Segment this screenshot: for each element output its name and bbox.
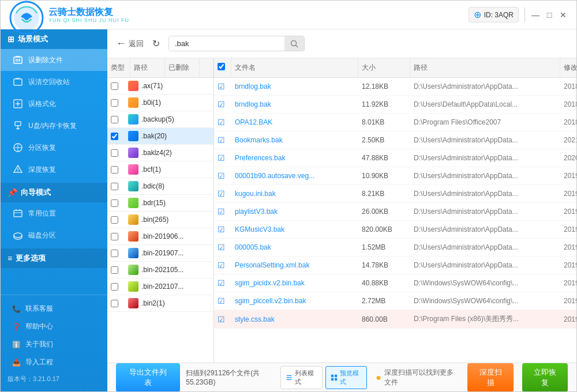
type-checkbox[interactable] <box>111 82 118 90</box>
file-checked-icon[interactable]: ☑ <box>218 171 225 180</box>
file-row[interactable]: ☑ sgim_picidx.v2.bin.bak 40.88KB D:\Wind… <box>214 274 576 292</box>
svg-rect-22 <box>331 378 334 380</box>
type-file-icon <box>128 214 138 225</box>
type-checkbox[interactable] <box>111 233 118 240</box>
search-button[interactable] <box>284 36 304 51</box>
sidebar-item-about[interactable]: ℹ️ 关于我们 <box>1 336 107 353</box>
file-row[interactable]: ☑ brndlog.bak 11.92KB D:\Users\Default\A… <box>214 96 576 114</box>
minimize-button[interactable]: — <box>531 10 540 20</box>
type-checkbox-bak[interactable] <box>111 133 118 140</box>
type-row[interactable]: .bin(265) <box>107 212 213 228</box>
type-checkbox[interactable] <box>111 216 118 224</box>
file-path-cell: D:\Users\Administrator\AppData... <box>410 168 560 184</box>
type-checkbox[interactable] <box>111 99 118 107</box>
file-checked-icon[interactable]: ☑ <box>218 278 225 288</box>
type-row[interactable]: .bdr(15) <box>107 195 213 212</box>
left-panel-header: 类型 路径 已删除 <box>107 58 213 78</box>
file-checked-icon[interactable]: ☑ <box>218 207 225 216</box>
file-path-cell: D:\Users\Administrator\AppData... <box>410 203 560 220</box>
file-checked-icon[interactable]: ☑ <box>218 135 225 145</box>
file-row[interactable]: ☑ style.css.bak 860.00B D:\Program Files… <box>214 310 576 329</box>
select-all-checkbox[interactable] <box>218 63 225 70</box>
file-checked-icon[interactable]: ☑ <box>218 189 225 198</box>
type-checkbox[interactable] <box>111 116 118 123</box>
file-path-cell: D:\Windows\SysWOW64\config\... <box>410 293 560 309</box>
file-name-cell: 000005.bak <box>231 239 358 255</box>
file-size-cell: 26.00KB <box>358 203 410 220</box>
deep-scan-button[interactable]: 深度扫描 <box>467 363 513 392</box>
file-path-cell: D:\Users\Default\AppData\Local... <box>410 96 560 112</box>
type-row[interactable]: .bin-201906... <box>107 228 213 245</box>
file-checked-icon[interactable]: ☑ <box>218 261 225 270</box>
recover-button[interactable]: 立即恢复 <box>522 363 568 392</box>
more-options-header: ≡ 更多选项 <box>1 248 107 268</box>
type-row[interactable]: .bin-201907... <box>107 245 213 262</box>
file-checked-icon[interactable]: ☑ <box>218 225 225 234</box>
file-checked-icon[interactable]: ☑ <box>218 153 225 163</box>
type-checkbox[interactable] <box>111 300 118 307</box>
file-row[interactable]: ☑ sgim_piccell.v2.bin.bak 2.72MB D:\Wind… <box>214 292 576 310</box>
type-checkbox[interactable] <box>111 283 118 291</box>
sidebar-item-recycle-bin[interactable]: 误清空回收站 <box>1 71 107 93</box>
sidebar-item-format[interactable]: 误格式化 <box>1 93 107 115</box>
file-row[interactable]: ☑ 00001b90.autosave.veg... 10.90KB D:\Us… <box>214 167 576 185</box>
sidebar-item-deleted-files[interactable]: 误删除文件 <box>1 49 107 71</box>
sidebar-item-disk-partition[interactable]: 磁盘分区 <box>1 224 107 246</box>
type-row[interactable]: .ax(71) <box>107 78 213 95</box>
type-row[interactable]: .bin-202105... <box>107 262 213 278</box>
file-size-cell: 2.50KB <box>358 132 410 148</box>
file-checked-icon[interactable]: ☑ <box>218 296 225 306</box>
file-row[interactable]: ☑ brndlog.bak 12.18KB D:\Users\Administr… <box>214 78 576 96</box>
sidebar-item-contact[interactable]: 📞 联系客服 <box>1 300 107 318</box>
file-checked-icon[interactable]: ☑ <box>218 315 225 324</box>
refresh-button[interactable]: ↻ <box>152 38 160 49</box>
type-row[interactable]: .b0i(1) <box>107 95 213 111</box>
search-input[interactable] <box>169 36 284 51</box>
type-row[interactable]: .bin2(1) <box>107 295 213 312</box>
file-row[interactable]: ☑ KGMusicV3.bak 820.00KB D:\Users\Admini… <box>214 221 576 239</box>
file-row[interactable]: ☑ Bookmarks.bak 2.50KB D:\Users\Administ… <box>214 131 576 149</box>
svg-point-12 <box>17 171 18 172</box>
id-badge: ⊕ ID: 3AQR <box>469 7 519 22</box>
type-row[interactable]: .backup(5) <box>107 111 213 128</box>
type-row-bak[interactable]: .bak(20) <box>107 128 213 145</box>
maximize-button[interactable]: □ <box>545 10 554 20</box>
type-checkbox[interactable] <box>111 199 118 207</box>
file-row[interactable]: ☑ 000005.bak 1.52MB D:\Users\Administrat… <box>214 239 576 257</box>
preview-view-button[interactable]: 预览模式 <box>325 366 368 389</box>
type-name: .bin-202107... <box>140 282 210 291</box>
svg-rect-21 <box>335 374 337 376</box>
type-checkbox[interactable] <box>111 183 118 190</box>
sidebar-item-common-location[interactable]: 常用位置 <box>1 202 107 224</box>
file-checked-icon[interactable]: ☑ <box>218 100 225 109</box>
list-view-button[interactable]: 列表模式 <box>280 366 323 389</box>
right-panel: 文件名 大小 路径 修改时间 ☑ brndlog.bak 12.18KB D:\… <box>214 58 576 363</box>
type-row[interactable]: .bin-202107... <box>107 278 213 295</box>
file-checked-icon[interactable]: ☑ <box>218 118 225 127</box>
type-checkbox[interactable] <box>111 166 118 174</box>
sidebar-item-partition[interactable]: 分区恢复 <box>1 137 107 159</box>
title-bar-left: 云骑士数据恢复 YUN QI SHI SHU JU HUI FU <box>9 0 129 32</box>
type-row[interactable]: .bdic(8) <box>107 178 213 195</box>
type-checkbox[interactable] <box>111 149 118 157</box>
type-row[interactable]: .baklz4(2) <box>107 145 213 161</box>
file-checked-icon[interactable]: ☑ <box>218 243 225 252</box>
file-row[interactable]: ☑ playlistV3.bak 26.00KB D:\Users\Admini… <box>214 203 576 221</box>
export-button[interactable]: 导出文件列表 <box>116 363 180 392</box>
left-panel: 类型 路径 已删除 .ax(71) .b0 <box>107 58 214 363</box>
file-checked-icon[interactable]: ☑ <box>218 82 225 91</box>
sidebar-item-help[interactable]: ❓ 帮助中心 <box>1 318 107 336</box>
sidebar-item-import[interactable]: 📥 导入工程 <box>1 353 107 371</box>
file-row-preferences[interactable]: ☑ Preferences.bak 47.88KB D:\Users\Admin… <box>214 149 576 167</box>
type-checkbox[interactable] <box>111 250 118 257</box>
file-row[interactable]: ☑ kugou.ini.bak 8.21KB D:\Users\Administ… <box>214 185 576 203</box>
file-row[interactable]: ☑ PersonalSetting.xml.bak 14.78KB D:\Use… <box>214 257 576 274</box>
back-button[interactable]: ← 返回 <box>116 37 144 50</box>
sidebar-item-deep-recover[interactable]: 深度恢复 <box>1 159 107 180</box>
close-button[interactable]: ✕ <box>559 10 568 20</box>
type-row[interactable]: .bcf(1) <box>107 161 213 178</box>
file-row[interactable]: ☑ OPA12.BAK 8.01KB D:\Program Files\Offi… <box>214 114 576 131</box>
sidebar-item-usb[interactable]: U盘/内存卡恢复 <box>1 115 107 137</box>
type-checkbox[interactable] <box>111 266 118 274</box>
file-size-cell: 10.90KB <box>358 168 410 184</box>
